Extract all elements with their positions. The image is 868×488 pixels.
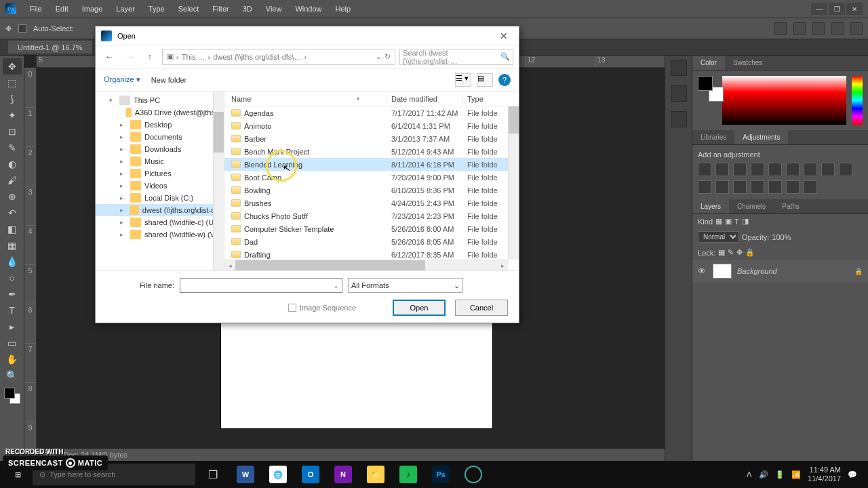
foreground-background-colors[interactable] [4,388,20,404]
menu-file[interactable]: File [23,2,49,16]
adjustment-icon[interactable] [733,180,747,194]
cancel-button[interactable]: Cancel [455,300,508,316]
align-icon[interactable] [774,22,787,35]
menu-help[interactable]: Help [329,2,358,16]
tray-icon[interactable]: 📶 [791,470,801,479]
up-button[interactable]: ↑ [142,49,158,65]
adjustment-icon[interactable] [786,163,800,176]
tree-node[interactable]: ▸Local Disk (C:) [96,192,224,204]
clone-stamp-tool[interactable]: ⊕ [3,188,22,205]
filter-icon[interactable]: T [734,218,739,226]
tree-node[interactable]: ▸Pictures [96,167,224,180]
tree-node[interactable]: ▸shared (\\vidfile-w) (V:) [96,228,224,241]
eraser-tool[interactable]: ◧ [3,221,22,237]
taskbar-app[interactable]: Ps [426,461,456,488]
visibility-icon[interactable]: 👁 [698,266,707,276]
tree-node[interactable]: ▸Documents [96,131,224,143]
history-brush-tool[interactable]: ↶ [3,205,22,221]
adjustment-icon[interactable] [804,163,817,176]
notifications-button[interactable]: 💬 [848,470,857,479]
path-selection-tool[interactable]: ▸ [3,319,22,335]
marquee-tool[interactable]: ⬚ [3,75,22,91]
crop-tool[interactable]: ⊡ [3,123,22,140]
organize-button[interactable]: Organize ▾ [104,75,140,84]
dialog-close-button[interactable]: ✕ [494,29,513,43]
adjustment-icon[interactable] [839,163,852,176]
horizontal-scrollbar[interactable]: ◂▸ [224,260,508,270]
paths-tab[interactable]: Paths [774,199,808,214]
menu-layer[interactable]: Layer [109,2,142,16]
file-row[interactable]: Brushes4/24/2015 2:43 PMFile folde [224,197,519,209]
menu-edit[interactable]: Edit [49,2,75,16]
lock-icon[interactable]: ✎ [728,248,734,257]
lasso-tool[interactable]: ⟆ [3,91,22,107]
filter-icon[interactable]: ▣ [725,217,732,226]
type-column[interactable]: Type [463,95,519,103]
filter-icon[interactable]: ▦ [715,217,722,226]
3d-mode-icon[interactable] [850,22,863,35]
file-row[interactable]: Computer Sticker Template5/26/2016 8:00 … [224,222,519,235]
help-button[interactable]: ? [498,74,511,86]
rectangle-tool[interactable]: ▭ [3,335,22,351]
file-row[interactable]: Bowling6/10/2015 8:36 PMFile folde [224,184,519,197]
file-row[interactable]: Bench Mark Project5/12/2014 9:43 AMFile … [224,145,519,158]
file-name-input[interactable]: ⌄ [180,278,342,293]
adjustment-icon[interactable] [715,163,729,176]
adjustment-icon[interactable] [804,180,817,194]
align-icon[interactable] [812,22,825,35]
file-row[interactable]: Barber3/1/2013 7:37 AMFile folde [224,132,519,145]
adjustment-icon[interactable] [786,180,800,194]
search-input[interactable]: Search dwest (\\jths.org\dist-… 🔍 [399,49,513,65]
tree-node[interactable]: ▸Downloads [96,143,224,155]
tree-node[interactable]: A360 Drive (dwest@jths.o [96,106,224,119]
taskbar-app[interactable]: O [296,461,326,488]
document-tab[interactable]: Untitled-1 @ 16.7% [8,41,92,54]
menu-type[interactable]: Type [142,2,172,16]
align-icon[interactable] [831,22,844,35]
new-folder-button[interactable]: New folder [151,76,187,84]
taskbar-app[interactable]: N [328,461,358,488]
history-panel-icon[interactable] [671,60,687,76]
libraries-tab[interactable]: Libraries [692,130,734,144]
taskbar-app[interactable]: 🌐 [263,461,293,488]
tray-icon[interactable]: 🔋 [775,470,785,479]
hue-slider[interactable] [852,76,863,125]
adjustment-icon[interactable] [698,180,711,194]
tree-node[interactable]: ▾This PC [96,94,224,106]
color-swatch[interactable] [698,76,717,95]
gradient-tool[interactable]: ▦ [3,237,22,253]
adjustment-icon[interactable] [768,163,782,176]
tree-node[interactable]: ▸Desktop [96,119,224,131]
taskbar-app[interactable]: ♪ [393,461,423,488]
vertical-scrollbar[interactable] [508,106,519,260]
eyedropper-tool[interactable]: ✎ [3,140,22,156]
file-row[interactable]: Dad5/26/2016 8:05 AMFile folde [224,235,519,248]
adjustment-icon[interactable] [768,180,782,194]
layers-tab[interactable]: Layers [692,199,729,214]
taskbar-app[interactable]: 📁 [361,461,391,488]
adjustment-icon[interactable] [751,180,764,194]
tray-icon[interactable]: ᐱ [747,470,752,479]
magic-wand-tool[interactable]: ✦ [3,107,22,123]
layer-row-background[interactable]: 👁 Background 🔒 [692,260,868,283]
zoom-tool[interactable]: 🔍 [3,367,22,384]
task-view-button[interactable]: ❐ [198,461,228,488]
breadcrumb[interactable]: ▣ › This … › dwest (\\jths.org\dist-dfs\… [162,49,395,65]
menu-window[interactable]: Window [288,2,328,16]
file-row[interactable]: Animoto6/1/2014 1:31 PMFile folde [224,119,519,132]
menu-select[interactable]: Select [172,2,206,16]
adjustment-icon[interactable] [821,163,835,176]
adjustment-icon[interactable] [698,163,711,176]
brush-tool[interactable]: 🖌 [3,172,22,188]
adjustment-icon[interactable] [751,163,764,176]
file-row[interactable]: Agendas7/17/2017 11:42 AMFile folde [224,106,519,119]
file-row[interactable]: Boot Camp7/20/2014 9:00 PMFile folde [224,171,519,184]
color-picker-gradient[interactable] [722,76,846,125]
dodge-tool[interactable]: ○ [3,270,22,286]
maximize-button[interactable]: ❐ [829,3,845,15]
forward-button[interactable]: → [121,49,138,65]
menu-image[interactable]: Image [75,2,110,16]
name-column[interactable]: Name [224,95,387,103]
adjustments-tab[interactable]: Adjustments [734,130,788,144]
hand-tool[interactable]: ✋ [3,351,22,367]
